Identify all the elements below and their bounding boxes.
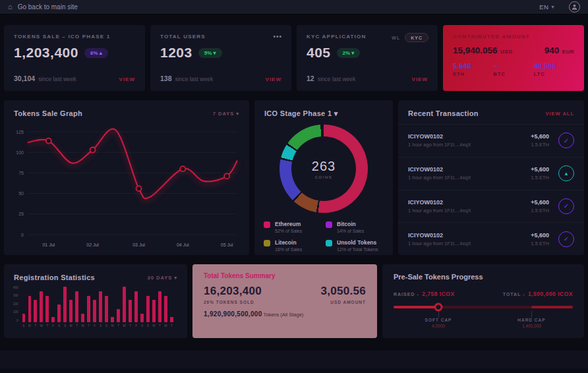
stat-delta: 138 [160,74,172,82]
legend-sub: 16% of Sales [275,247,302,252]
view-button[interactable]: VIEW [119,76,135,82]
x-tick: T [117,324,120,328]
bar [111,317,114,322]
svg-text:05 Jul: 05 Jul [221,243,233,247]
presale-progress-slider[interactable] [394,306,573,308]
transaction-row[interactable]: ICIYOW0102 1 hour ago from 1F1t....4xqX … [398,124,584,157]
wl-toggle[interactable]: WL [392,36,400,40]
language-selector[interactable]: EN ▾ [539,3,554,11]
eur-amount: 940 EUR [544,44,574,56]
eth-amount: 5.646 ETH [453,62,493,77]
stat-value: 405 [307,45,331,61]
trend-badge: 2% ▾ [337,48,361,58]
total-label: TOTAL - [503,292,525,297]
usd-amount-note: USD AMOUNT [330,300,366,304]
svg-text:0: 0 [21,233,24,237]
x-tick: T [45,324,49,328]
transaction-row[interactable]: ICIYOW0102 1 hour ago from 1F1t....4xqX … [398,190,584,223]
total-tokens-summary-card: Total Tokens Summary 16,203,400 3,050.56… [192,264,377,338]
hard-cap-marker: HARD CAP 1,400,000 [505,318,558,328]
svg-text:02 Jul: 02 Jul [86,243,99,247]
stat-title: TOKENS SALE – ICO PHASE 1 [14,34,135,40]
view-button[interactable]: VIEW [412,76,428,82]
usd-amount: 15,940.056 USD [453,44,512,56]
usd-amount-value: 3,050.56 [320,285,366,298]
y-tick: 400 [13,287,18,290]
bar [164,296,167,323]
tokens-sale-graph-card: Tokens Sale Graph 7 DAYS ▾ 0255075100125… [4,100,249,255]
transaction-meta: 1 hour ago from 1F1t....4xqX [408,142,471,148]
transaction-amount: +5,600 [531,133,549,140]
x-tick: S [146,324,150,328]
hard-cap-value: 1,400,000 [505,324,558,328]
transaction-meta: 1 hour ago from 1F1t....4xqX [408,175,471,181]
stat-note: since last week [175,76,214,82]
range-dropdown[interactable]: 7 DAYS ▾ [213,111,239,117]
transaction-row[interactable]: ICIYOW0102 1 hour ago from 1F1t....4xqX … [398,222,584,255]
view-button[interactable]: VIEW [266,76,281,82]
x-tick: S [22,324,26,328]
bar [123,287,126,322]
donut-legend: Ethereum 52% of Sales Bitcoin 14% of Sal… [254,213,393,252]
view-all-button[interactable]: VIEW ALL [545,111,574,117]
coin-amounts: 5.646 ETH ~ BTC 40.506 LTC [453,62,574,77]
charts-row: Tokens Sale Graph 7 DAYS ▾ 0255075100125… [4,100,584,255]
x-tick: T [34,324,37,328]
bar [69,300,73,322]
recent-transaction-card: Recent Transaction VIEW ALL ICIYOW0102 1… [398,100,584,255]
tokens-sale-chart: 025507510012501 Jul02 Jul03 Jul04 Jul05 … [8,124,244,253]
more-menu-icon[interactable]: ••• [273,33,282,40]
soft-cap-marker: SOFT CAP 4,0000 [412,318,465,328]
x-tick: S [57,324,61,328]
trend-badge: 5% ▾ [198,48,222,58]
home-icon[interactable]: ⌂ [8,3,13,11]
bottom-row: Registration Statistics 30 DAYS ▾ 400300… [4,264,584,338]
user-avatar[interactable] [569,1,580,13]
bar [51,317,55,322]
bar [57,304,61,322]
registration-bar-chart: 4003002001000 SMTWTFSSMTWTFSSMTWTFSSMTWT [4,281,187,328]
footer [0,351,588,369]
x-tick: S [99,324,102,328]
btc-value: ~ [493,62,533,70]
transaction-meta: 1 hour ago from 1F1t....4xqX [408,208,471,214]
stat-card-kyc-application: WL KYC KYC APPLICATION 405 2% ▾ 12 since… [297,25,438,91]
legend-name: Ethereum [275,221,302,227]
range-dropdown[interactable]: 30 DAYS ▾ [148,275,177,281]
ico-stage-card: ICO Stage Phase 1 ▾ 263 COINS Ethereum 5… [254,100,393,255]
bar [152,300,156,322]
x-tick: W [81,324,84,328]
card-title-dropdown[interactable]: ICO Stage Phase 1 ▾ [264,109,338,118]
legend-name: Litecoin [275,239,302,246]
x-tick: T [158,324,162,328]
raised-value: 2,758 ICOX [422,291,454,297]
total-tokens-value: 1,920,900,500,000 [204,310,262,318]
raised-label-group: RAISED - 2,758 ICOX [394,287,455,299]
transaction-id: ICIYOW0102 [408,232,471,239]
bar [134,291,138,322]
bar [40,291,43,322]
back-to-main-site-link[interactable]: Go back to main site [18,3,78,11]
transaction-eth: 1.5 ETH [531,208,549,214]
check-icon: ✓ [558,198,574,214]
svg-text:01 Jul: 01 Jul [42,243,55,247]
x-tick: F [134,324,138,328]
bar-chart-x-axis: SMTWTFSSMTWTFSSMTWTFSSMTWT [22,324,181,328]
legend-sub: 14% of Sales [337,229,364,233]
card-title: Registration Statistics [14,273,95,281]
legend-sub: 52% of Sales [275,229,302,233]
eth-value: 5.646 [453,62,493,70]
bar [63,287,67,322]
kyc-toggle[interactable]: KYC [405,33,428,42]
check-icon: ✓ [558,132,574,148]
hard-cap-label: HARD CAP [505,318,558,322]
transaction-row[interactable]: ICIYOW0102 1 hour ago from 1F1t....4xqX … [398,157,584,190]
usd-value: 15,940.056 [453,45,498,55]
bar [105,296,108,323]
bar [87,296,90,323]
bar [28,296,32,323]
stat-value: 1,203,400 [14,45,78,61]
legend-swatch [326,221,332,228]
svg-text:50: 50 [18,191,24,196]
soft-cap-label: SOFT CAP [412,318,465,322]
